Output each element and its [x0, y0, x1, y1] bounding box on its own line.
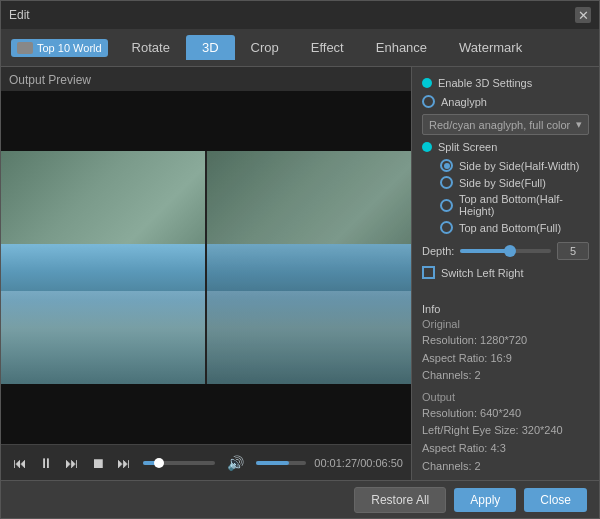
video-right-frame — [207, 151, 411, 384]
split-screen-row: Split Screen — [422, 141, 589, 153]
window-title: Edit — [9, 8, 30, 22]
edit-window: Edit ✕ Top 10 World Rotate 3D Crop Effec… — [0, 0, 600, 519]
progress-thumb — [154, 458, 164, 468]
top-bottom-full-label: Top and Bottom(Full) — [459, 222, 561, 234]
stop-button[interactable]: ⏹ — [87, 453, 109, 473]
original-resolution: Resolution: 1280*720 — [422, 332, 589, 350]
side-by-side-half-label: Side by Side(Half-Width) — [459, 160, 579, 172]
side-by-side-half-radio[interactable] — [440, 159, 453, 172]
tab-crop[interactable]: Crop — [235, 35, 295, 60]
thumbnail-tab[interactable]: Top 10 World — [11, 39, 108, 57]
tabs-bar: Top 10 World Rotate 3D Crop Effect Enhan… — [1, 29, 599, 67]
side-by-side-full-label: Side by Side(Full) — [459, 177, 546, 189]
video-left-frame — [1, 151, 205, 384]
original-title: Original — [422, 318, 589, 330]
depth-label: Depth: — [422, 245, 454, 257]
side-by-side-full-radio[interactable] — [440, 176, 453, 189]
anaglyph-select[interactable]: Red/cyan anaglyph, full color ▾ — [422, 114, 589, 135]
top-bottom-half-row: Top and Bottom(Half-Height) — [440, 193, 589, 217]
time-display: 00:01:27/00:06:50 — [314, 457, 403, 469]
play-pause-button[interactable]: ⏸ — [35, 453, 57, 473]
split-screen-label: Split Screen — [438, 141, 497, 153]
skip-button[interactable]: ⏭ — [113, 453, 135, 473]
bottom-bar: Restore All Apply Close — [1, 480, 599, 518]
output-info-section: Output Resolution: 640*240 Left/Right Ey… — [422, 391, 589, 475]
volume-slider[interactable] — [256, 461, 306, 465]
info-title: Info — [422, 303, 589, 315]
tab-3d[interactable]: 3D — [186, 35, 235, 60]
restore-all-button[interactable]: Restore All — [354, 487, 446, 513]
title-bar: Edit ✕ — [1, 1, 599, 29]
video-frame — [1, 91, 411, 444]
enable-3d-label: Enable 3D Settings — [438, 77, 532, 89]
main-content: Output Preview — [1, 67, 599, 480]
depth-slider[interactable] — [460, 249, 551, 253]
depth-thumb — [504, 245, 516, 257]
video-middle — [1, 151, 411, 384]
split-screen-options: Side by Side(Half-Width) Side by Side(Fu… — [422, 159, 589, 234]
controls-bar: ⏮ ⏸ ⏭ ⏹ ⏭ 🔊 00:01:27/00:06:50 — [1, 444, 411, 480]
apply-button[interactable]: Apply — [454, 488, 516, 512]
switch-lr-checkbox[interactable] — [422, 266, 435, 279]
thumbnail-icon — [17, 42, 33, 54]
title-bar-left: Edit — [9, 8, 30, 22]
info-section: Info Original Resolution: 1280*720 Aspec… — [422, 303, 589, 385]
enable-3d-dot[interactable] — [422, 78, 432, 88]
anaglyph-label: Anaglyph — [441, 96, 487, 108]
tab-effect[interactable]: Effect — [295, 35, 360, 60]
enable-3d-row: Enable 3D Settings — [422, 77, 589, 89]
output-resolution: Resolution: 640*240 — [422, 405, 589, 423]
output-eye-size: Left/Right Eye Size: 320*240 — [422, 422, 589, 440]
volume-icon[interactable]: 🔊 — [223, 453, 248, 473]
tab-watermark[interactable]: Watermark — [443, 35, 538, 60]
original-aspect: Aspect Ratio: 16:9 — [422, 350, 589, 368]
switch-lr-row: Switch Left Right — [422, 266, 589, 279]
side-by-side-full-row: Side by Side(Full) — [440, 176, 589, 189]
top-bottom-full-row: Top and Bottom(Full) — [440, 221, 589, 234]
output-preview-label: Output Preview — [1, 67, 411, 91]
switch-lr-label: Switch Left Right — [441, 267, 524, 279]
progress-bar[interactable] — [143, 461, 215, 465]
water-overlay-right — [207, 291, 411, 384]
depth-fill — [460, 249, 510, 253]
tab-enhance[interactable]: Enhance — [360, 35, 443, 60]
right-panel: Enable 3D Settings Anaglyph Red/cyan ana… — [411, 67, 599, 480]
water-overlay-left — [1, 291, 205, 384]
anaglyph-row: Anaglyph — [422, 95, 589, 108]
thumbnail-label: Top 10 World — [37, 42, 102, 54]
close-button[interactable]: Close — [524, 488, 587, 512]
output-channels: Channels: 2 — [422, 458, 589, 476]
top-bottom-half-radio[interactable] — [440, 199, 453, 212]
top-bottom-half-label: Top and Bottom(Half-Height) — [459, 193, 589, 217]
split-screen-dot[interactable] — [422, 142, 432, 152]
tab-rotate[interactable]: Rotate — [116, 35, 186, 60]
play-prev-button[interactable]: ⏮ — [9, 453, 31, 473]
side-by-side-half-row: Side by Side(Half-Width) — [440, 159, 589, 172]
play-next-button[interactable]: ⏭ — [61, 453, 83, 473]
video-bottom-black — [1, 384, 411, 444]
depth-row: Depth: — [422, 242, 589, 260]
video-panel: Output Preview — [1, 67, 411, 480]
video-top-black — [1, 91, 411, 151]
chevron-down-icon: ▾ — [576, 118, 582, 131]
top-bottom-full-radio[interactable] — [440, 221, 453, 234]
original-channels: Channels: 2 — [422, 367, 589, 385]
close-window-button[interactable]: ✕ — [575, 7, 591, 23]
volume-fill — [256, 461, 289, 465]
output-aspect: Aspect Ratio: 4:3 — [422, 440, 589, 458]
depth-input[interactable] — [557, 242, 589, 260]
output-info-title: Output — [422, 391, 589, 403]
video-area — [1, 91, 411, 444]
anaglyph-radio[interactable] — [422, 95, 435, 108]
anaglyph-value: Red/cyan anaglyph, full color — [429, 119, 570, 131]
